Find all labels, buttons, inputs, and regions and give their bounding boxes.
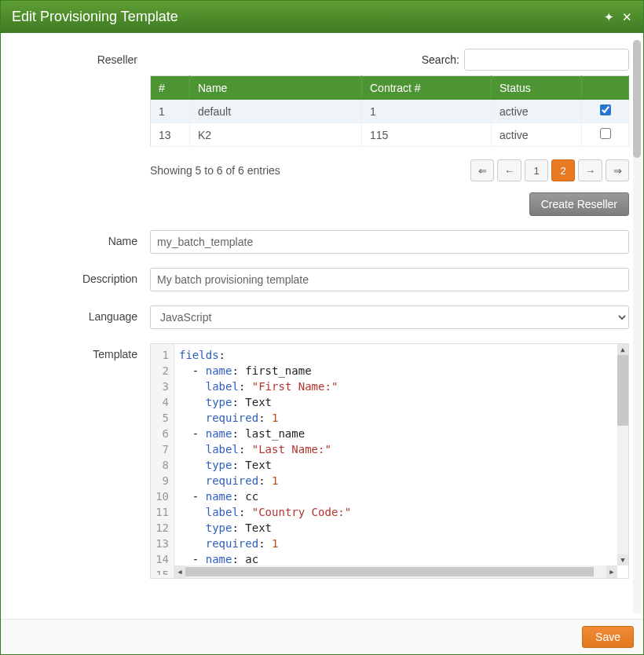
search-label: Search: bbox=[422, 53, 459, 66]
create-reseller-row: Create Reseller bbox=[150, 192, 629, 216]
col-select bbox=[582, 76, 629, 101]
cell-name: default bbox=[190, 100, 362, 123]
dialog-header: Edit Provisioning Template ✦ ✕ bbox=[1, 1, 643, 33]
pager-first-button[interactable]: ⇐ bbox=[470, 159, 494, 181]
save-button[interactable]: Save bbox=[582, 626, 634, 648]
description-row: Description bbox=[9, 268, 629, 291]
pager-row: Showing 5 to 6 of 6 entries ⇐ ← 1 2 → ⇒ bbox=[150, 159, 629, 181]
description-label: Description bbox=[9, 268, 150, 291]
cell-status: active bbox=[492, 123, 582, 147]
language-label: Language bbox=[9, 306, 150, 329]
pager-prev-button[interactable]: ← bbox=[497, 159, 521, 181]
pager-info: Showing 5 to 6 of 6 entries bbox=[150, 164, 280, 177]
editor-gutter: 123456789101112131415 bbox=[151, 344, 174, 578]
scroll-right-icon[interactable]: ▶ bbox=[606, 565, 617, 578]
reseller-row: Reseller Search: # Name Contract # Statu… bbox=[9, 49, 629, 216]
search-input[interactable] bbox=[464, 49, 629, 71]
table-row[interactable]: 1 default 1 active bbox=[151, 100, 629, 123]
cell-num: 13 bbox=[151, 123, 190, 147]
search-row: Search: bbox=[150, 49, 629, 71]
reseller-label: Reseller bbox=[9, 49, 150, 216]
language-select[interactable]: JavaScript bbox=[150, 306, 629, 329]
language-row: Language JavaScript bbox=[9, 306, 629, 329]
col-name[interactable]: Name bbox=[190, 76, 362, 101]
col-num[interactable]: # bbox=[151, 76, 190, 101]
cell-contract: 115 bbox=[362, 123, 492, 147]
name-input[interactable] bbox=[150, 230, 629, 254]
description-input[interactable] bbox=[150, 268, 629, 291]
row-select-checkbox[interactable] bbox=[600, 128, 611, 139]
pager-page-1-button[interactable]: 1 bbox=[525, 159, 548, 181]
cell-contract: 1 bbox=[362, 100, 492, 123]
dialog-body: Reseller Search: # Name Contract # Statu… bbox=[1, 33, 643, 619]
edit-provisioning-template-dialog: Edit Provisioning Template ✦ ✕ Reseller … bbox=[0, 0, 644, 655]
maximize-icon[interactable]: ✦ bbox=[604, 10, 614, 24]
pager: ⇐ ← 1 2 → ⇒ bbox=[470, 159, 629, 181]
dialog-footer: Save bbox=[1, 619, 643, 654]
cell-status: active bbox=[492, 100, 582, 123]
editor-code[interactable]: fields: - name: first_name label: "First… bbox=[174, 344, 628, 578]
row-select-checkbox[interactable] bbox=[600, 104, 611, 115]
pager-page-2-button[interactable]: 2 bbox=[551, 159, 575, 181]
name-label: Name bbox=[9, 230, 150, 254]
dialog-title: Edit Provisioning Template bbox=[12, 9, 178, 25]
template-row: Template 123456789101112131415 fields: -… bbox=[9, 343, 629, 579]
reseller-table: # Name Contract # Status 1 default 1 ac bbox=[150, 75, 629, 147]
template-editor[interactable]: 123456789101112131415 fields: - name: fi… bbox=[150, 343, 629, 579]
editor-vertical-scrollbar[interactable]: ▲ ▼ bbox=[617, 344, 628, 565]
editor-horizontal-scrollbar[interactable]: ◀ ▶ bbox=[174, 565, 617, 578]
scroll-thumb[interactable] bbox=[617, 355, 628, 426]
cell-name: K2 bbox=[190, 123, 362, 147]
scroll-up-icon[interactable]: ▲ bbox=[617, 344, 628, 355]
scroll-thumb[interactable] bbox=[185, 567, 594, 576]
scroll-down-icon[interactable]: ▼ bbox=[617, 554, 628, 565]
create-reseller-button[interactable]: Create Reseller bbox=[529, 192, 629, 216]
close-icon[interactable]: ✕ bbox=[622, 10, 632, 24]
reseller-content: Search: # Name Contract # Status bbox=[150, 49, 629, 216]
name-row: Name bbox=[9, 230, 629, 254]
scroll-left-icon[interactable]: ◀ bbox=[174, 565, 185, 578]
cell-num: 1 bbox=[151, 100, 190, 123]
dialog-vertical-scrollbar[interactable] bbox=[633, 40, 641, 613]
table-row[interactable]: 13 K2 115 active bbox=[151, 123, 629, 147]
col-contract[interactable]: Contract # bbox=[362, 76, 492, 101]
template-label: Template bbox=[9, 343, 150, 579]
dialog-controls: ✦ ✕ bbox=[604, 10, 632, 24]
col-status[interactable]: Status bbox=[492, 76, 582, 101]
pager-next-button[interactable]: → bbox=[578, 159, 602, 181]
pager-last-button[interactable]: ⇒ bbox=[606, 159, 629, 181]
